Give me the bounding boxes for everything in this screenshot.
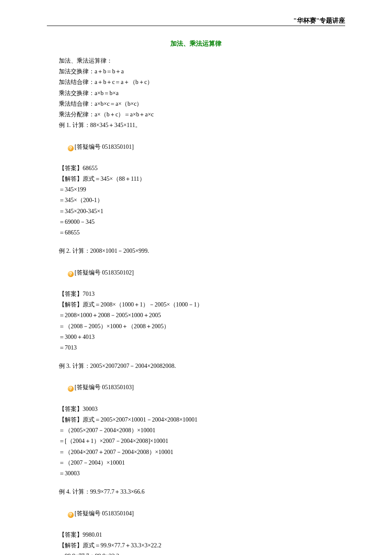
- qa-id-text: [答疑编号 0518350102]: [75, 269, 134, 276]
- example-prompt: 例 4. 计算：99.9×77.7＋33.3×66.6: [47, 486, 345, 497]
- intro-heading: 加法、乘法运算律：: [47, 55, 345, 66]
- solution-step: ＝30003: [47, 468, 345, 479]
- solution-step: ＝68655: [47, 227, 345, 238]
- solution-head: 【解答】原式＝99.9×77.7＋33.3×3×22.2: [47, 540, 345, 551]
- qa-id-line: ?[答疑编号 0518350103]: [47, 371, 345, 404]
- answer-line: 【答案】68655: [47, 163, 345, 173]
- question-mark-icon: ?: [68, 512, 74, 518]
- solution-step: ＝345×200-345×1: [47, 206, 345, 217]
- law-line: 乘法交换律：a×b＝b×a: [47, 88, 345, 98]
- solution-step: ＝99.9×77.7＋99.9×22.2: [47, 551, 345, 555]
- solution-step: ＝（2005×2007－2004×2008）×10001: [47, 425, 345, 436]
- solution-head: 【解答】原式＝345×（88＋111）: [47, 173, 345, 184]
- law-line: 乘法结合律：a×b×c＝a×（b×c）: [47, 98, 345, 109]
- answer-line: 【答案】30003: [47, 404, 345, 414]
- qa-id-text: [答疑编号 0518350104]: [75, 510, 134, 517]
- qa-id-line: ?[答疑编号 0518350101]: [47, 130, 345, 163]
- solution-step: ＝（2007－2004）×10001: [47, 457, 345, 468]
- law-line: 乘法分配律：a×（b＋c）＝a×b＋a×c: [47, 109, 345, 120]
- solution-step: ＝7013: [47, 342, 345, 353]
- law-line: 加法交换律：a＋b＝b＋a: [47, 66, 345, 77]
- example-prompt: 例 1. 计算：88×345＋345×111。: [47, 120, 345, 130]
- document-title: 加法、乘法运算律: [47, 38, 345, 49]
- question-mark-icon: ?: [68, 145, 74, 151]
- answer-line: 【答案】7013: [47, 289, 345, 299]
- question-mark-icon: ?: [68, 271, 74, 277]
- header-rule: "华杯赛"专题讲座: [47, 26, 345, 26]
- qa-id-text: [答疑编号 0518350103]: [75, 384, 134, 390]
- spacer: [47, 238, 345, 246]
- solution-head: 【解答】原式＝2008×（1000＋1）－2005×（1000－1）: [47, 299, 345, 310]
- content-body: 加法、乘法运算律： 加法交换律：a＋b＝b＋a 加法结合律：a＋b＋c＝a＋（b…: [47, 55, 345, 555]
- solution-step: ＝345×（200-1）: [47, 195, 345, 205]
- header-series-title: "华杯赛"专题讲座: [293, 15, 345, 26]
- qa-id-line: ?[答疑编号 0518350104]: [47, 497, 345, 529]
- solution-head: 【解答】原式＝2005×2007×10001－2004×2008×10001: [47, 414, 345, 425]
- solution-step: ＝（2008－2005）×1000＋（2008＋2005）: [47, 321, 345, 332]
- law-line: 加法结合律：a＋b＋c＝a＋（b＋c）: [47, 77, 345, 87]
- solution-step: ＝69000－345: [47, 217, 345, 227]
- solution-step: ＝[（2004＋1）×2007－2004×2008]×10001: [47, 436, 345, 446]
- solution-step: ＝2008×1000＋2008－2005×1000＋2005: [47, 310, 345, 321]
- qa-id-line: ?[答疑编号 0518350102]: [47, 256, 345, 289]
- answer-line: 【答案】9980.01: [47, 529, 345, 540]
- solution-step: ＝3000＋4013: [47, 332, 345, 342]
- example-prompt: 例 2. 计算：2008×1001－2005×999.: [47, 246, 345, 256]
- solution-step: ＝（2004×2007＋2007－2004×2008）×10001: [47, 447, 345, 457]
- question-mark-icon: ?: [68, 386, 74, 392]
- example-prompt: 例 3. 计算：2005×20072007－2004×20082008.: [47, 361, 345, 371]
- spacer: [47, 353, 345, 361]
- spacer: [47, 479, 345, 486]
- page: "华杯赛"专题讲座 加法、乘法运算律 加法、乘法运算律： 加法交换律：a＋b＝b…: [0, 0, 392, 555]
- qa-id-text: [答疑编号 0518350101]: [75, 144, 134, 150]
- solution-step: ＝345×199: [47, 184, 345, 195]
